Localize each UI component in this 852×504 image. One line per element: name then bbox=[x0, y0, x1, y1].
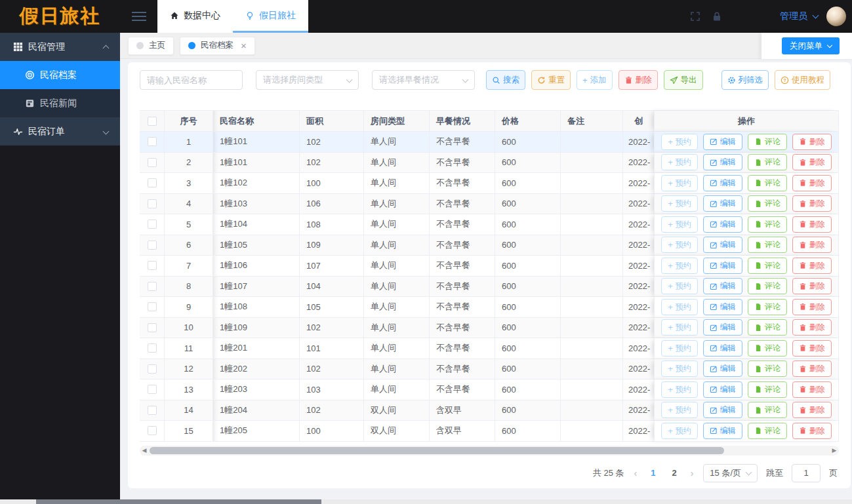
comment-button[interactable]: 评论 bbox=[748, 154, 787, 170]
edit-button[interactable]: 编辑 bbox=[703, 216, 742, 233]
row-checkbox[interactable] bbox=[148, 220, 157, 229]
scrollbar-thumb[interactable] bbox=[36, 499, 321, 504]
page-number-1[interactable]: 1 bbox=[647, 468, 659, 478]
reserve-button[interactable]: +预约 bbox=[661, 423, 698, 439]
homestay-name-input[interactable] bbox=[147, 75, 235, 85]
row-delete-button[interactable]: 删除 bbox=[792, 319, 832, 336]
edit-button[interactable]: 编辑 bbox=[703, 319, 742, 336]
reserve-button[interactable]: +预约 bbox=[661, 175, 698, 191]
edit-button[interactable]: 编辑 bbox=[703, 237, 742, 253]
edit-button[interactable]: 编辑 bbox=[703, 278, 742, 294]
top-tab-data-center[interactable]: 数据中心 bbox=[157, 0, 233, 33]
reserve-button[interactable]: +预约 bbox=[661, 299, 698, 315]
edit-button[interactable]: 编辑 bbox=[703, 258, 742, 274]
row-delete-button[interactable]: 删除 bbox=[792, 175, 832, 191]
comment-button[interactable]: 评论 bbox=[748, 423, 787, 439]
comment-button[interactable]: 评论 bbox=[748, 319, 787, 336]
row-checkbox[interactable] bbox=[148, 364, 157, 374]
sidebar-group-homestay-orders[interactable]: 民宿订单 bbox=[0, 117, 120, 145]
select-all-checkbox[interactable] bbox=[148, 117, 157, 126]
comment-button[interactable]: 评论 bbox=[748, 402, 787, 418]
delete-button[interactable]: 删除 bbox=[619, 70, 658, 90]
reserve-button[interactable]: +预约 bbox=[661, 258, 698, 274]
tag-tab-homestay-archive[interactable]: 民宿档案 × bbox=[180, 37, 255, 55]
reserve-button[interactable]: +预约 bbox=[661, 319, 698, 336]
edit-button[interactable]: 编辑 bbox=[703, 360, 742, 377]
column-filter-button[interactable]: 列筛选 bbox=[721, 70, 769, 90]
row-delete-button[interactable]: 删除 bbox=[792, 278, 832, 294]
comment-button[interactable]: 评论 bbox=[748, 299, 787, 315]
comment-button[interactable]: 评论 bbox=[748, 381, 787, 398]
avatar[interactable] bbox=[826, 7, 846, 26]
reserve-button[interactable]: +预约 bbox=[661, 360, 698, 377]
room-type-select[interactable]: 请选择房间类型 bbox=[256, 70, 359, 90]
row-delete-button[interactable]: 删除 bbox=[792, 154, 832, 170]
lock-icon[interactable] bbox=[712, 11, 722, 22]
row-checkbox[interactable] bbox=[148, 241, 157, 250]
row-delete-button[interactable]: 删除 bbox=[792, 237, 832, 253]
row-delete-button[interactable]: 删除 bbox=[792, 381, 832, 398]
row-checkbox[interactable] bbox=[148, 426, 157, 435]
comment-button[interactable]: 评论 bbox=[748, 175, 787, 191]
row-delete-button[interactable]: 删除 bbox=[792, 299, 832, 315]
edit-button[interactable]: 编辑 bbox=[703, 423, 742, 439]
sidebar-item-homestay-news[interactable]: 民宿新闻 bbox=[0, 89, 120, 117]
sidebar-group-homestay-management[interactable]: 民宿管理 bbox=[0, 33, 120, 61]
row-delete-button[interactable]: 删除 bbox=[792, 423, 832, 439]
search-button[interactable]: 搜索 bbox=[486, 70, 525, 90]
edit-button[interactable]: 编辑 bbox=[703, 154, 742, 170]
comment-button[interactable]: 评论 bbox=[748, 360, 787, 377]
edit-button[interactable]: 编辑 bbox=[703, 381, 742, 398]
comment-button[interactable]: 评论 bbox=[748, 195, 787, 212]
table-horizontal-scrollbar[interactable]: ◀ ▶ bbox=[140, 446, 839, 456]
page-size-select[interactable]: 15 条/页 bbox=[703, 464, 758, 482]
edit-button[interactable]: 编辑 bbox=[703, 134, 742, 150]
row-delete-button[interactable]: 删除 bbox=[792, 340, 832, 357]
fullscreen-icon[interactable] bbox=[690, 11, 700, 22]
row-checkbox[interactable] bbox=[148, 261, 157, 270]
row-checkbox[interactable] bbox=[148, 385, 157, 394]
row-delete-button[interactable]: 删除 bbox=[792, 360, 832, 377]
hamburger-menu-icon[interactable] bbox=[120, 0, 157, 33]
add-button[interactable]: + 添加 bbox=[577, 70, 613, 90]
reserve-button[interactable]: +预约 bbox=[661, 216, 698, 233]
scroll-right-arrow-icon[interactable]: ▶ bbox=[830, 446, 839, 456]
tag-tab-home[interactable]: 主页 bbox=[128, 37, 174, 55]
row-checkbox[interactable] bbox=[148, 323, 157, 332]
row-delete-button[interactable]: 删除 bbox=[792, 134, 832, 150]
reserve-button[interactable]: +预约 bbox=[661, 340, 698, 357]
row-delete-button[interactable]: 删除 bbox=[792, 216, 832, 233]
close-menu-button[interactable]: 关闭菜单 bbox=[782, 37, 840, 54]
user-menu[interactable]: 管理员 bbox=[780, 10, 818, 22]
reserve-button[interactable]: +预约 bbox=[661, 154, 698, 170]
edit-button[interactable]: 编辑 bbox=[703, 175, 742, 191]
reserve-button[interactable]: +预约 bbox=[661, 134, 698, 150]
row-delete-button[interactable]: 删除 bbox=[792, 258, 832, 274]
row-checkbox[interactable] bbox=[148, 302, 157, 311]
row-checkbox[interactable] bbox=[148, 343, 157, 353]
row-checkbox[interactable] bbox=[148, 199, 157, 208]
edit-button[interactable]: 编辑 bbox=[703, 402, 742, 418]
comment-button[interactable]: 评论 bbox=[748, 216, 787, 233]
comment-button[interactable]: 评论 bbox=[748, 134, 787, 150]
row-checkbox[interactable] bbox=[148, 178, 157, 187]
jump-page-input[interactable] bbox=[792, 464, 821, 482]
comment-button[interactable]: 评论 bbox=[748, 258, 787, 274]
reserve-button[interactable]: +预约 bbox=[661, 402, 698, 418]
reserve-button[interactable]: +预约 bbox=[661, 237, 698, 253]
row-checkbox[interactable] bbox=[148, 282, 157, 291]
row-checkbox[interactable] bbox=[148, 158, 157, 167]
reserve-button[interactable]: +预约 bbox=[661, 381, 698, 398]
page-number-2[interactable]: 2 bbox=[668, 468, 680, 478]
export-button[interactable]: 导出 bbox=[664, 70, 703, 90]
breakfast-select[interactable]: 请选择早餐情况 bbox=[372, 70, 475, 90]
chevron-right-icon[interactable]: › bbox=[689, 468, 695, 478]
reset-button[interactable]: 重置 bbox=[531, 70, 571, 90]
scrollbar-thumb[interactable] bbox=[150, 447, 724, 454]
row-checkbox[interactable] bbox=[148, 406, 157, 415]
top-tab-holiday-hostel[interactable]: 假日旅社 bbox=[233, 0, 308, 33]
tutorial-button[interactable]: 使用教程 bbox=[775, 70, 830, 90]
row-checkbox[interactable] bbox=[148, 137, 157, 146]
edit-button[interactable]: 编辑 bbox=[703, 340, 742, 357]
comment-button[interactable]: 评论 bbox=[748, 340, 787, 357]
